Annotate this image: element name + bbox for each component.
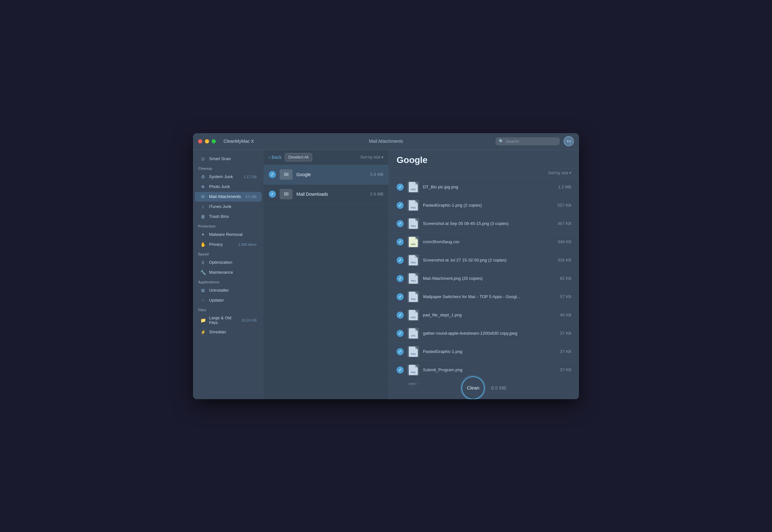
file-item[interactable]: ✓ PNG Submit_Program.png 37 KB (389, 361, 579, 379)
right-sort-button[interactable]: Sort by size ▾ (548, 171, 571, 175)
checkmark-icon: ✓ (399, 258, 402, 262)
file-name-1: PastedGraphic-1.png (2 copies) (423, 203, 548, 208)
avatar-button[interactable] (563, 136, 574, 146)
file-item[interactable]: ✓ PNG Screenshot at Sep 05 09-45-15.png … (389, 215, 579, 233)
privacy-icon: ✋ (200, 242, 206, 247)
search-bar[interactable]: 🔍 (495, 137, 560, 145)
sidebar-item-smart-scan[interactable]: ⊙ Smart Scan (195, 154, 262, 164)
mail-attachments-icon: ✉ (200, 194, 206, 200)
file-size-6: 57 KB (552, 294, 571, 299)
file-size-3: 348 KB (552, 239, 571, 244)
downloads-mail-name: Mail Downloads (296, 192, 366, 197)
file-size-4: 328 KB (552, 258, 571, 262)
middle-sort-button[interactable]: Sort by size ▾ (360, 155, 383, 159)
mail-item-google[interactable]: ✓ ✉ Google 5.9 MB (264, 165, 389, 184)
right-panel-title: Google (397, 155, 571, 165)
file-icon-box-7: PNG (407, 309, 419, 321)
file-icon-box-5: PNG (407, 273, 419, 284)
trash-bins-icon: 🗑 (200, 214, 206, 219)
maintenance-icon: 🔧 (200, 270, 206, 275)
sidebar-item-mail-attachments[interactable]: ✉ Mail Attachments 8.5 MB (195, 192, 262, 202)
photo-junk-icon: ❄ (200, 184, 206, 190)
file-size-0: 1.2 MB (552, 184, 571, 189)
sidebar-item-updater[interactable]: ↑ Updater (195, 296, 262, 305)
file-icon-svg-7: PNG (409, 310, 418, 320)
main-content: ⊙ Smart Scan Cleanup ⚙ System Junk 1.17 … (193, 150, 579, 399)
sidebar-item-label: Malware Removal (209, 232, 257, 237)
svg-text:PNG: PNG (411, 280, 416, 282)
check-circle-downloads: ✓ (269, 191, 276, 198)
file-check-6: ✓ (397, 293, 404, 300)
sidebar-item-trash-bins[interactable]: 🗑 Trash Bins (195, 212, 262, 221)
file-item[interactable]: ✓ PNG PastedGraphic-1.png (2 copies) 557… (389, 196, 579, 215)
file-check-2: ✓ (397, 220, 404, 227)
file-size-1: 557 KB (552, 203, 571, 208)
file-icon-svg-2: PNG (409, 219, 418, 229)
sidebar-item-photo-junk[interactable]: ❄ Photo Junk (195, 182, 262, 192)
sidebar-item-malware-removal[interactable]: ✦ Malware Removal (195, 230, 262, 239)
file-item[interactable]: ✓ PNG Wallpaper Switchers for Mac - TOP … (389, 288, 579, 306)
file-item[interactable]: ✓ PNG Mail Attachment.png (20 copies) 82… (389, 270, 579, 288)
sidebar-item-system-junk[interactable]: ⚙ System Junk 1.17 GB (195, 172, 262, 182)
sidebar-item-privacy[interactable]: ✋ Privacy 1,583 items (195, 240, 262, 249)
fullscreen-button[interactable] (212, 139, 216, 143)
sidebar-item-optimization[interactable]: ⧖ Optimization (195, 258, 262, 267)
checkmark-icon: ✓ (399, 276, 402, 281)
svg-text:PNG: PNG (411, 207, 416, 209)
sidebar-item-uninstaller[interactable]: ⊠ Uninstaller (195, 286, 262, 295)
right-panel-toolbar: Sort by size ▾ (389, 168, 579, 178)
file-name-8: gather-round-apple-livestream-1200x630 c… (423, 331, 548, 336)
file-check-4: ✓ (397, 257, 404, 264)
right-panel-header: Google (389, 150, 579, 168)
clean-button[interactable]: Clean (461, 376, 485, 399)
file-item[interactable]: ✓ JPG gather-round-apple-livestream-1200… (389, 324, 579, 343)
sidebar-item-maintenance[interactable]: 🔧 Maintenance (195, 268, 262, 277)
file-name-9: PastedGraphic-1.png (423, 349, 548, 354)
file-item[interactable]: ✓ PNG DT_Bio pic.jpg.png 1.2 MB (389, 178, 579, 196)
sidebar-item-label: iTunes Junk (209, 204, 257, 209)
file-item[interactable]: ✓ CSV cmm3from5aug.csv 348 KB (389, 233, 579, 251)
privacy-badge: 1,583 items (238, 243, 257, 246)
file-icon-svg-6: PNG (409, 292, 418, 302)
right-panel-wrapper: ✓ PNG DT_Bio pic.jpg.png 1.2 MB ✓ PNG Pa… (389, 178, 579, 399)
close-button[interactable] (198, 139, 202, 143)
checkmark-icon: ✓ (399, 185, 402, 189)
file-icon-svg-10: PNG (409, 365, 418, 375)
sidebar: ⊙ Smart Scan Cleanup ⚙ System Junk 1.17 … (193, 150, 264, 399)
file-check-11: ✓ (397, 385, 404, 392)
file-icon-box-11: PNG (407, 382, 419, 394)
sidebar-item-label: Mail Attachments (209, 194, 242, 199)
file-icon-box-2: PNG (407, 218, 419, 229)
search-icon: 🔍 (499, 139, 504, 144)
file-item[interactable]: ✓ PNG pad_file_stept_1.png 45 KB (389, 306, 579, 324)
svg-text:PNG: PNG (411, 225, 416, 227)
file-size-11: 37 KB (552, 386, 571, 390)
titlebar: CleanMyMac X Mail Attachments 🔍 (193, 133, 579, 150)
mail-item-downloads[interactable]: ✓ ✉ Mail Downloads 2.6 MB (264, 184, 389, 204)
minimize-button[interactable] (205, 139, 209, 143)
sidebar-item-label: Large & Old Files (209, 315, 239, 325)
avatar-dot (567, 141, 568, 142)
avatar-dots (567, 141, 570, 142)
sidebar-item-itunes-junk[interactable]: ♪ iTunes Junk (195, 202, 262, 211)
middle-toolbar: ‹ Back Deselect All Sort by size ▾ (264, 150, 389, 165)
google-mail-name: Google (296, 172, 366, 177)
file-item[interactable]: ✓ PNG PastedGraphic-1.png 37 KB (389, 343, 579, 361)
right-panel: Google Sort by size ▾ ✓ PNG DT_Bio pic.j… (389, 150, 579, 399)
downloads-mail-size: 2.6 MB (370, 192, 383, 196)
file-size-5: 82 KB (552, 276, 571, 281)
file-check-1: ✓ (397, 202, 404, 209)
app-window: CleanMyMac X Mail Attachments 🔍 ⊙ Smart … (193, 133, 579, 399)
file-icon-box-3: CSV (407, 236, 419, 248)
file-check-0: ✓ (397, 184, 404, 191)
sidebar-item-label: Maintenance (209, 270, 257, 275)
sidebar-item-shredder[interactable]: ⚡ Shredder (195, 327, 262, 337)
deselect-all-button[interactable]: Deselect All (285, 153, 312, 161)
file-item[interactable]: ✓ PNG Screenshot at Jul 27 15-32-50.png … (389, 251, 579, 270)
back-button[interactable]: ‹ Back (269, 155, 282, 160)
app-title: CleanMyMac X (224, 139, 254, 144)
sidebar-item-large-old-files[interactable]: 📁 Large & Old Files 33.24 GB (195, 313, 262, 327)
sidebar-item-label: Updater (209, 298, 257, 303)
search-input[interactable] (506, 139, 556, 144)
file-icon-box-0: PNG (407, 181, 419, 193)
